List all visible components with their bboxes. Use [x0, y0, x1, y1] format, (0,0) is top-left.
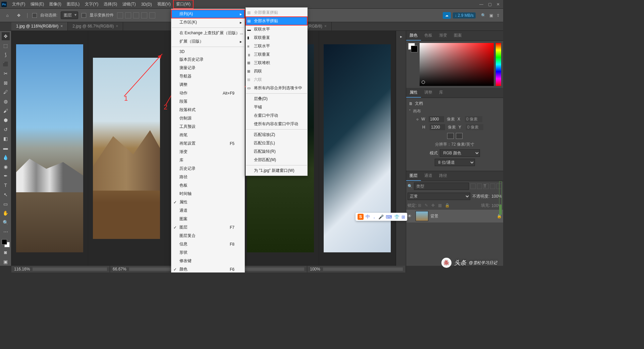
menu-item[interactable]: 时间轴 [171, 190, 245, 198]
marquee-tool[interactable]: ⬚ [2, 42, 10, 50]
menu-item[interactable]: ⊞六联 [246, 76, 307, 84]
menu-item[interactable]: 版本历史记录 [171, 55, 245, 64]
wand-tool[interactable]: ⬛ [2, 60, 10, 68]
x-input[interactable] [465, 116, 482, 122]
document-tab[interactable]: 2.jpg @ 66.7%(RGB/8)× [68, 22, 123, 31]
cloud-icon[interactable]: ☁ [443, 12, 451, 19]
panel-tab-libraries[interactable]: 库 [436, 88, 446, 98]
menu-item[interactable]: ▥全部垂直拼贴 [246, 8, 307, 17]
ime-mic-icon[interactable]: 🎤 [378, 214, 384, 219]
ime-skin-icon[interactable]: 👕 [394, 214, 399, 219]
close-icon[interactable]: ✕ [496, 2, 500, 7]
menu-item[interactable]: 画笔 [171, 131, 245, 139]
visibility-icon[interactable]: 👁 [408, 214, 414, 218]
auto-select-checkbox[interactable] [32, 13, 37, 18]
maximize-icon[interactable]: ▢ [488, 2, 492, 7]
menu-item[interactable]: 段落样式 [171, 106, 245, 114]
menu-item[interactable]: ▮双联垂直 [246, 34, 307, 42]
minimize-icon[interactable]: — [479, 2, 483, 7]
align-icon[interactable] [125, 12, 131, 18]
panel-collapse-icon[interactable]: ▸ [400, 34, 402, 39]
menu-item[interactable]: 动作Alt+F9 [171, 89, 245, 97]
menu-item[interactable]: 通道 [171, 206, 245, 215]
align-icon[interactable] [149, 12, 155, 18]
screen-mode[interactable]: ▣ [2, 258, 10, 266]
link-icon[interactable]: ⟐ [416, 117, 419, 121]
menu-item[interactable]: 3D [171, 48, 245, 55]
panel-tab-properties[interactable]: 属性 [406, 88, 421, 98]
menu-item[interactable]: 使所有内容在窗口中浮动 [246, 120, 307, 128]
lock-icon[interactable]: ✎ [425, 203, 430, 208]
menu-item[interactable]: 匹配位置(L) [246, 139, 307, 147]
brush-tool[interactable]: 🖌 [2, 107, 10, 115]
sogou-icon[interactable]: S [358, 214, 364, 220]
menu-item[interactable]: 在 Exchange 上查找扩展（旧版）... [171, 29, 245, 37]
heal-tool[interactable]: ◍ [2, 97, 10, 105]
show-transform-checkbox[interactable] [82, 13, 86, 18]
stamp-tool[interactable]: ⬢ [2, 116, 10, 124]
share-icon[interactable]: ⇪ [496, 13, 500, 18]
menu-3d[interactable]: 3D(D) [139, 1, 155, 8]
layer-name[interactable]: 背景 [430, 213, 438, 219]
menu-select[interactable]: 选择(S) [101, 0, 120, 8]
panel-tab-paths[interactable]: 路径 [436, 171, 450, 181]
menu-item[interactable]: 画笔设置F5 [171, 139, 245, 148]
menu-item[interactable]: 匹配旋转(R) [246, 147, 307, 156]
y-input[interactable] [466, 124, 483, 130]
menu-file[interactable]: 文件(F) [9, 0, 28, 8]
menu-filter[interactable]: 滤镜(T) [120, 0, 138, 8]
close-tab-icon[interactable]: × [60, 24, 63, 29]
menu-item[interactable]: 工具预设 [171, 122, 245, 131]
quick-mask[interactable]: ◙ [2, 249, 10, 257]
menu-edit[interactable]: 编辑(E) [28, 0, 47, 8]
menu-item[interactable]: ✓颜色F6 [171, 265, 245, 272]
menu-view[interactable]: 视图(V) [155, 0, 173, 8]
document-view[interactable] [319, 31, 396, 266]
menu-item[interactable]: ✓属性 [171, 198, 245, 206]
auto-select-target[interactable]: 图层 [61, 11, 78, 19]
menu-item[interactable]: ▬双联水平 [246, 25, 307, 34]
layer-row[interactable]: 👁 背景 🔒 [406, 210, 503, 222]
landscape-icon[interactable] [456, 133, 463, 139]
menu-item[interactable]: ▤全部水平拼贴 [246, 17, 307, 25]
filter-icon[interactable]: T [483, 184, 489, 189]
menu-item[interactable]: ▭将所有内容合并到选项卡中 [246, 84, 307, 92]
home-icon[interactable]: ⌂ [3, 11, 11, 19]
menu-item[interactable]: ≡三联水平 [246, 42, 307, 50]
menu-image[interactable]: 图像(I) [47, 0, 64, 8]
filter-icon[interactable] [490, 184, 495, 189]
document-tab[interactable]: 1.jpg @ 116%(RGB/8#)× [11, 22, 68, 31]
layer-thumbnail[interactable] [416, 211, 428, 221]
portrait-icon[interactable] [447, 133, 454, 139]
menu-item[interactable]: 调整 [171, 81, 245, 89]
menu-item[interactable]: 历史记录 [171, 164, 245, 173]
menu-item[interactable]: 段落 [171, 97, 245, 106]
align-icon[interactable] [133, 12, 139, 18]
panel-tab-layers[interactable]: 图层 [406, 171, 421, 181]
crop-tool[interactable]: ✂ [2, 69, 10, 78]
menu-item[interactable]: 平铺 [246, 103, 307, 111]
filter-icon[interactable] [470, 184, 476, 189]
move-tool-icon[interactable]: ✥ [15, 11, 23, 19]
menu-item[interactable]: 信息F8 [171, 240, 245, 248]
history-brush-tool[interactable]: ↺ [2, 126, 10, 134]
filter-icon[interactable] [477, 184, 482, 189]
panel-tab-gradients[interactable]: 渐变 [436, 31, 450, 41]
panel-tab-patterns[interactable]: 图案 [450, 31, 465, 41]
eyedropper-tool[interactable]: 🖊 [2, 88, 10, 96]
gradient-tool[interactable]: ▬ [2, 144, 10, 152]
menu-item[interactable]: 排列(A)▸ [171, 10, 245, 18]
ime-keyboard-icon[interactable]: ⌨ [386, 214, 392, 219]
blend-mode-select[interactable]: 正常 [408, 193, 470, 200]
menu-item[interactable]: ✓图层F7 [171, 223, 245, 232]
color-field[interactable] [420, 43, 494, 86]
ime-bar[interactable]: S 中 ， 🎤 ⌨ 👕 ⊞ [356, 213, 407, 221]
layer-filter-input[interactable] [414, 183, 469, 190]
ime-toolbox-icon[interactable]: ⊞ [401, 214, 405, 219]
color-mode-select[interactable]: RGB 颜色 [440, 149, 480, 157]
lock-icon[interactable]: ✥ [431, 203, 437, 208]
align-icon[interactable] [117, 12, 123, 18]
menu-item[interactable]: 测量记录 [171, 64, 245, 72]
hue-slider[interactable] [496, 43, 501, 86]
shape-tool[interactable]: ▭ [2, 200, 10, 208]
